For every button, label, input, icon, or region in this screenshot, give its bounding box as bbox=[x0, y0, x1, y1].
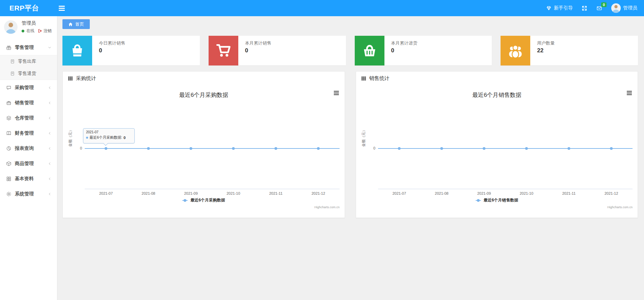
th-grid-icon bbox=[68, 76, 73, 81]
chart-title: 最近6个月销售数据 bbox=[356, 91, 638, 99]
chevron-left-icon bbox=[48, 177, 52, 181]
chevron-down-icon bbox=[48, 46, 52, 50]
chart-tooltip: 2021-07最近6个月采购数据: 0 bbox=[83, 128, 135, 143]
sign-out-icon[interactable] bbox=[38, 29, 42, 33]
highcharts-credits-link[interactable]: Highcharts.com.cn bbox=[314, 206, 340, 209]
legend-label: 最近6个月销售数据 bbox=[484, 197, 518, 203]
chevron-left-icon bbox=[48, 146, 52, 151]
avatar bbox=[4, 20, 18, 34]
x-axis-tick-label: 2021-07 bbox=[99, 191, 113, 195]
x-axis-tick-label: 2021-10 bbox=[520, 191, 533, 195]
sidebar-item-label: 报表查询 bbox=[15, 145, 34, 152]
fullscreen-button[interactable] bbox=[582, 5, 587, 11]
data-point[interactable] bbox=[317, 147, 320, 150]
mail-badge: 0 bbox=[601, 2, 607, 7]
y-axis-tick-label: 0 bbox=[75, 146, 82, 150]
x-axis-tick-label: 2021-12 bbox=[312, 191, 325, 195]
data-point[interactable] bbox=[232, 147, 235, 150]
x-axis-tick-label: 2021-08 bbox=[142, 191, 155, 195]
data-point[interactable] bbox=[105, 147, 107, 150]
stat-card-4[interactable]: 用户数量22 bbox=[501, 36, 638, 65]
x-axis-tick-label: 2021-08 bbox=[435, 191, 448, 195]
logout-link[interactable]: 注销 bbox=[44, 28, 52, 34]
file-icon bbox=[10, 71, 15, 76]
stat-card-label: 今日累计销售 bbox=[99, 40, 125, 46]
chevron-left-icon bbox=[48, 162, 52, 166]
tooltip-label: 最近6个月采购数据: bbox=[89, 135, 122, 140]
tab-home[interactable]: 首页 bbox=[62, 19, 90, 29]
chart-legend[interactable]: 最近6个月销售数据 bbox=[356, 197, 638, 203]
file-icon bbox=[10, 59, 15, 64]
x-axis-tick-label: 2021-09 bbox=[477, 191, 491, 195]
highcharts-credits-link[interactable]: Highcharts.com.cn bbox=[607, 206, 633, 209]
briefcase-icon bbox=[6, 100, 11, 106]
sidebar-item-label: 系统管理 bbox=[15, 191, 34, 197]
cart-icon bbox=[209, 36, 238, 65]
sidebar-item-1[interactable]: 零售管理 bbox=[0, 40, 57, 55]
shopping-bag-icon bbox=[62, 36, 92, 65]
sidebar-subitem-label: 零售出库 bbox=[18, 58, 36, 64]
online-status-label: 在线 bbox=[26, 28, 34, 34]
messages-button[interactable]: 0 bbox=[596, 5, 602, 11]
sidebar-item-4[interactable]: 仓库管理 bbox=[0, 110, 57, 126]
gift-icon bbox=[6, 45, 11, 50]
gem-icon bbox=[546, 5, 552, 11]
sidebar-subitem-零售退货[interactable]: 零售退货 bbox=[0, 67, 57, 80]
sidebar-subitem-label: 零售退货 bbox=[18, 71, 36, 77]
sidebar-subitem-零售出库[interactable]: 零售出库 bbox=[0, 55, 57, 67]
data-point[interactable] bbox=[525, 147, 528, 150]
sidebar-item-6[interactable]: 报表查询 bbox=[0, 141, 57, 156]
sidebar-item-5[interactable]: 财务管理 bbox=[0, 126, 57, 141]
sidebar-menu: 零售管理零售出库零售退货采购管理销售管理仓库管理财务管理报表查询商品管理基本资料… bbox=[0, 40, 57, 201]
legend-label: 最近6个月采购数据 bbox=[190, 197, 225, 203]
data-point[interactable] bbox=[610, 147, 613, 150]
chevron-left-icon bbox=[48, 131, 52, 135]
data-point[interactable] bbox=[440, 147, 443, 150]
purchase-stats-panel: 采购统计 最近6个月采购数据金额（元）02021-072021-082021-0… bbox=[62, 71, 345, 218]
basket-icon bbox=[355, 36, 384, 65]
sidebar-item-3[interactable]: 销售管理 bbox=[0, 95, 57, 110]
stat-card-2[interactable]: 本月累计销售0 bbox=[209, 36, 346, 65]
sidebar-item-9[interactable]: 系统管理 bbox=[0, 186, 57, 201]
sidebar-item-label: 零售管理 bbox=[15, 45, 34, 51]
data-point[interactable] bbox=[190, 147, 192, 150]
purchase-chart: 最近6个月采购数据金额（元）02021-072021-082021-092021… bbox=[63, 85, 345, 218]
newbie-guide-link[interactable]: 新手引导 bbox=[546, 5, 573, 11]
shopping-bag-icon bbox=[70, 43, 85, 58]
stat-card-text: 用户数量22 bbox=[530, 36, 555, 65]
stat-card-value: 0 bbox=[391, 47, 418, 54]
tab-home-label: 首页 bbox=[75, 21, 84, 27]
stat-card-3[interactable]: 本月累计进货0 bbox=[355, 36, 492, 65]
data-point[interactable] bbox=[483, 147, 485, 150]
pie-chart-icon bbox=[6, 146, 11, 151]
sidebar-item-2[interactable]: 采购管理 bbox=[0, 80, 57, 95]
basket-icon bbox=[362, 43, 377, 58]
avatar bbox=[611, 3, 621, 13]
data-point[interactable] bbox=[274, 147, 277, 150]
grid-icon bbox=[6, 176, 11, 182]
sidebar-item-7[interactable]: 商品管理 bbox=[0, 156, 57, 171]
sidebar-toggle-icon[interactable] bbox=[59, 5, 65, 12]
y-axis-title: 金额（元） bbox=[68, 128, 73, 148]
comment-icon bbox=[6, 85, 11, 90]
chevron-left-icon bbox=[48, 116, 52, 120]
purchase-panel-title: 采购统计 bbox=[76, 75, 96, 82]
chart-legend[interactable]: 最近6个月采购数据 bbox=[63, 197, 345, 203]
x-axis-tick-label: 2021-07 bbox=[393, 191, 406, 195]
stat-card-label: 本月累计销售 bbox=[245, 40, 271, 46]
sidebar-item-8[interactable]: 基本资料 bbox=[0, 171, 57, 186]
sidebar-item-label: 商品管理 bbox=[15, 161, 34, 167]
chart-context-menu-icon[interactable] bbox=[333, 89, 340, 97]
user-menu[interactable]: 管理员 bbox=[611, 3, 637, 13]
x-axis-tick-label: 2021-11 bbox=[269, 191, 283, 195]
data-point[interactable] bbox=[147, 147, 150, 150]
cart-icon bbox=[216, 43, 231, 58]
tab-bar: 首页 bbox=[62, 19, 638, 29]
data-point[interactable] bbox=[398, 147, 401, 150]
top-navbar: ERP平台 新手引导 0 管理员 bbox=[0, 0, 644, 16]
stat-card-value: 22 bbox=[537, 47, 555, 54]
data-point[interactable] bbox=[568, 147, 570, 150]
chevron-left-icon bbox=[48, 86, 52, 90]
chart-context-menu-icon[interactable] bbox=[626, 89, 633, 97]
stat-card-1[interactable]: 今日累计销售0 bbox=[62, 36, 200, 65]
